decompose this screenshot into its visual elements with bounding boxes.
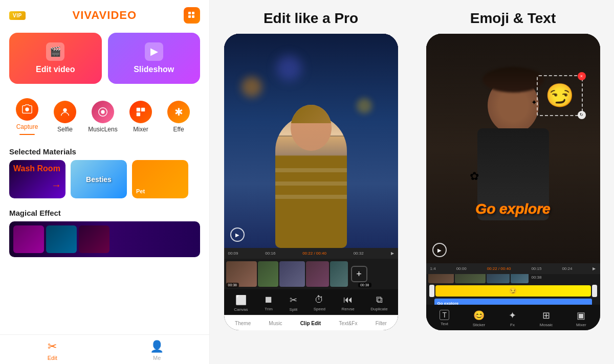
bokeh-1 [242, 77, 262, 97]
text-label: Text [441, 322, 448, 326]
right-clips-container: 00:38 😏 Go explore [428, 274, 598, 305]
theme-tab[interactable]: Theme [232, 320, 254, 327]
tool-musiclens[interactable]: MusicLens [85, 98, 121, 136]
right-mixer-label: Mixer [576, 323, 586, 327]
play-button[interactable]: ▶ [230, 228, 245, 242]
right-video-area: × ↻ 😏 ✿ ✦ Go explore ▶ [426, 34, 600, 263]
slideshow-icon: ▶ [145, 42, 163, 61]
me-nav-label: Me [153, 355, 161, 361]
r-clip-2[interactable] [455, 274, 486, 283]
mosaic-icon: ⊞ [542, 310, 550, 321]
fx-icon: ✦ [509, 310, 516, 321]
right-mixer-icon: ▣ [577, 310, 585, 321]
slideshow-button[interactable]: ▶ Slideshow [108, 33, 201, 84]
speed-tool[interactable]: ⏱ Speed [314, 294, 325, 312]
material-besties[interactable]: Besties [71, 160, 127, 198]
clip-thumb-2[interactable] [258, 261, 278, 287]
person-hair [291, 105, 332, 123]
app-logo: VIVAVIDEO [73, 9, 137, 22]
timeline-handle-left[interactable] [429, 285, 434, 297]
r-clip-3[interactable] [487, 274, 510, 283]
add-clip-button[interactable]: + [351, 266, 367, 282]
ts-4: ▶ [391, 251, 394, 256]
pet-label: Pet [136, 188, 145, 194]
text-tool[interactable]: T Text [440, 310, 449, 327]
reverse-label: Rervse [341, 307, 354, 311]
nav-edit[interactable]: ✂ Edit [0, 340, 105, 361]
sticker-tool[interactable]: 😊 Sticker [473, 310, 485, 327]
filter-tab[interactable]: Filter [372, 320, 390, 327]
reverse-tool[interactable]: ⏮ Rervse [341, 294, 354, 312]
duplicate-tool[interactable]: ⧉ Duplicate [370, 294, 387, 312]
grid-icon[interactable] [184, 7, 200, 24]
ts-2: 00:16 [265, 251, 275, 256]
tool-selfie[interactable]: Selfie [47, 98, 83, 136]
video-clips-row: 00:38 [428, 274, 598, 284]
tool-effect[interactable]: ✱ Effe [161, 98, 196, 136]
r-ts-current: 00:22 / 00:40 [487, 266, 511, 271]
clip-thumb-5[interactable] [330, 261, 348, 287]
clip-thumb-4[interactable] [306, 261, 329, 287]
r-clip-1[interactable] [428, 274, 454, 283]
canvas-tool[interactable]: ⬜ Canvas [234, 294, 248, 312]
go-explore-text: Go explore [475, 201, 550, 217]
vip-badge[interactable]: VIP [9, 11, 26, 20]
washroom-title: Wash Room [9, 160, 65, 177]
right-play-button[interactable]: ▶ [432, 243, 447, 257]
sparkle-1-icon: ✿ [470, 170, 479, 183]
tools-row: Capture Selfie MusicLens Mixer ✱ Effe [0, 91, 209, 142]
tool-mixer[interactable]: Mixer [123, 98, 159, 136]
right-panel: Emoji & Text [412, 0, 614, 364]
effect-icon: ✱ [167, 101, 190, 123]
middle-phone-screen: ▶ 00:09 00:16 00:22 / 00:40 00:32 ▶ + [224, 34, 398, 330]
r-ts-4: 00:24 [562, 266, 572, 271]
split-tool[interactable]: ✂ Split [290, 294, 298, 312]
me-nav-icon: 👤 [150, 340, 164, 353]
nav-me[interactable]: 👤 Me [105, 340, 210, 361]
clip-duration-2: 00:38 [358, 283, 371, 287]
mosaic-tool[interactable]: ⊞ Mosaic [540, 310, 553, 327]
fx-label: Fx [510, 323, 515, 327]
split-label: Split [290, 307, 298, 312]
musiclens-icon [92, 101, 114, 123]
besties-label: Besties [86, 175, 112, 184]
tool-capture[interactable]: Capture [9, 95, 45, 138]
magical-preview [9, 221, 200, 257]
edit-video-button[interactable]: 🎬 Edit video [9, 33, 102, 84]
close-sticker-button[interactable]: × [578, 72, 586, 80]
material-washroom[interactable]: Wash Room → [9, 160, 65, 198]
textfx-tab[interactable]: Text&Fx [336, 320, 360, 327]
text-timeline-bar[interactable]: Go explore [434, 299, 592, 305]
active-underline [19, 134, 35, 135]
selected-materials-title: Selected Materials [0, 142, 209, 160]
slideshow-label: Slideshow [134, 65, 174, 74]
material-pet[interactable]: Pet [132, 160, 188, 198]
split-icon: ✂ [290, 294, 297, 306]
magical-thumb-2 [46, 225, 77, 253]
music-tab[interactable]: Music [266, 320, 285, 327]
emoji-dashed-box[interactable]: × ↻ 😏 [537, 75, 583, 116]
canvas-label: Canvas [234, 307, 248, 312]
reverse-icon: ⏮ [343, 294, 353, 305]
r-clip-4[interactable] [511, 274, 529, 283]
r-ts-5: ▶ [593, 266, 596, 271]
magical-preview-content [9, 221, 200, 257]
rotate-handle[interactable]: ↻ [578, 111, 586, 119]
svg-rect-10 [137, 112, 140, 116]
clip-edit-tab[interactable]: Clip Edit [297, 320, 324, 327]
timeline-handle-right[interactable] [592, 285, 597, 297]
r-duration: 00:38 [530, 275, 544, 280]
clips-row: + 00:38 00:38 [224, 259, 398, 289]
fx-tool[interactable]: ✦ Fx [509, 310, 516, 327]
ts-3: 00:32 [354, 251, 364, 256]
stripe-3 [275, 195, 347, 199]
right-timeline-section: 1:4 00:00 00:22 / 00:40 00:15 00:24 ▶ [426, 263, 600, 274]
clip-thumb-3[interactable] [279, 261, 305, 287]
trim-tool[interactable]: ⏹ Trim [264, 294, 273, 312]
magical-effect-title: Magical Effect [0, 203, 209, 221]
emoji-timeline-bar[interactable]: 😏 [435, 285, 591, 297]
right-mixer-tool[interactable]: ▣ Mixer [576, 310, 586, 327]
stripe-1 [275, 168, 347, 172]
person-head [291, 105, 332, 151]
emoji-sticker: 😏 [538, 76, 582, 115]
